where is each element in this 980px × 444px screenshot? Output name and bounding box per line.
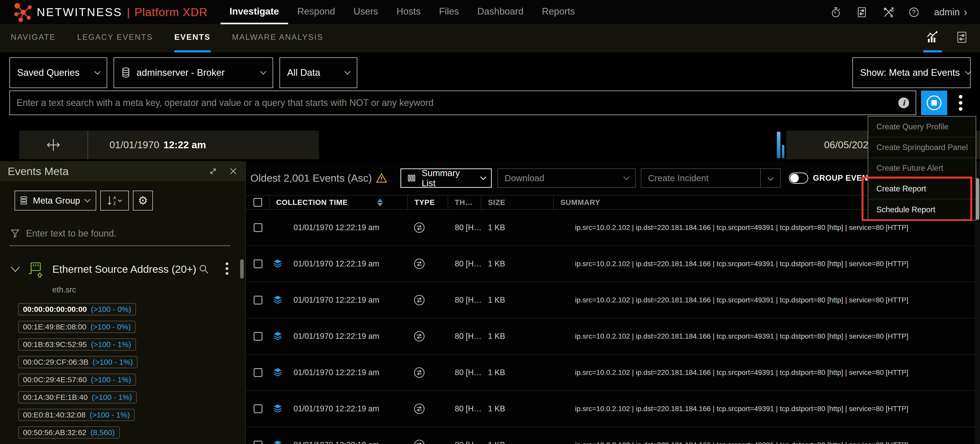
menu-item-schedule-report[interactable]: Schedule Report — [868, 199, 976, 220]
tab-malware-analysis[interactable]: MALWARE ANALYSIS — [232, 24, 323, 52]
meta-settings-button[interactable]: ⚙ — [133, 191, 153, 210]
size-cell: 1 KB — [481, 368, 554, 377]
col-size[interactable]: SIZE — [481, 196, 554, 209]
events-scrollbar-thumb[interactable] — [976, 178, 979, 220]
stacked-events-icon — [272, 403, 283, 414]
topnav-right: ? admin › — [830, 6, 967, 18]
create-incident-dropdown[interactable]: Create Incident — [641, 169, 781, 188]
meta-value-pill[interactable]: 00:0C:29:CF:06:3B(>100 - 1%) — [18, 356, 138, 368]
meta-value-pill[interactable]: 00:1E:49:8E:08:00(>100 - 0%) — [18, 321, 135, 333]
stacked-events-slot — [272, 367, 283, 378]
network-event-icon — [414, 367, 425, 379]
meta-value-pill[interactable]: 00:1A:30:FE:1B:40(>100 - 1%) — [18, 391, 137, 403]
row-checkbox[interactable] — [254, 296, 262, 304]
stop-icon — [927, 95, 942, 110]
threat-cell: 80 [H… — [448, 296, 481, 305]
event-row[interactable]: 01/01/1970 12:22:19 am 80 [H…1 KBip.src=… — [246, 246, 975, 282]
meta-value-pill[interactable]: 00:1B:63:9C:52:95(>100 - 1%) — [18, 338, 136, 351]
nav-item-investigate[interactable]: Investigate — [221, 0, 288, 24]
download-dropdown[interactable]: Download — [497, 169, 636, 188]
threat-cell: 80 [H… — [448, 441, 481, 444]
meta-value-pill[interactable]: 00:50:56:AB:32:62(8,560) — [18, 426, 120, 439]
timeline-resize-handle[interactable] — [19, 137, 88, 153]
row-checkbox[interactable] — [254, 223, 262, 232]
col-threat[interactable]: TH… — [448, 196, 481, 209]
events-table-header: COLLECTION TIME TYPE TH… SIZE SUMMARY — [246, 195, 975, 210]
info-icon[interactable]: i — [898, 97, 909, 108]
jobs-panel-icon[interactable] — [856, 6, 868, 18]
nav-item-hosts[interactable]: Hosts — [387, 0, 430, 24]
summary-list-label: Summary List — [422, 168, 476, 188]
event-row[interactable]: 01/01/1970 12:22:19 am 80 [H…1 KBip.src=… — [246, 210, 975, 246]
time-range-dropdown[interactable]: All Data — [280, 57, 357, 88]
row-checkbox[interactable] — [254, 441, 262, 444]
group-events-toggle[interactable] — [789, 172, 808, 184]
stopwatch-icon[interactable] — [830, 6, 842, 18]
stop-query-button[interactable] — [921, 91, 947, 115]
meta-value-pill[interactable]: 00:00:00:00:00:00(>100 - 0%) — [18, 303, 136, 315]
row-checkbox[interactable] — [254, 404, 262, 413]
column-preferences-icon — [956, 31, 968, 43]
meta-sort-button[interactable]: A Z — [100, 191, 129, 210]
row-checkbox[interactable] — [254, 368, 262, 377]
event-row[interactable]: 01/01/1970 12:22:19 am 80 [H…1 KBip.src=… — [246, 427, 975, 444]
tab-legacy-events[interactable]: LEGACY EVENTS — [77, 24, 153, 52]
search-input[interactable] — [17, 97, 898, 108]
size-cell: 1 KB — [481, 441, 554, 444]
warning-icon[interactable] — [376, 173, 387, 183]
expand-panel-icon[interactable] — [208, 167, 218, 176]
meta-group-icon — [20, 196, 28, 205]
create-incident-caret[interactable] — [760, 169, 780, 187]
search-icon[interactable] — [199, 264, 209, 275]
collection-time-cell: 01/01/1970 12:22:19 am — [269, 367, 408, 378]
events-chart-toggle[interactable] — [923, 24, 942, 52]
collapse-chevron-icon[interactable] — [10, 266, 21, 273]
event-row[interactable]: 01/01/1970 12:22:19 am 80 [H…1 KBip.src=… — [246, 282, 975, 318]
query-options-kebab-menu[interactable] — [955, 91, 966, 115]
meta-group-dropdown[interactable]: Meta Group — [14, 191, 96, 210]
nav-item-reports[interactable]: Reports — [533, 0, 584, 24]
user-menu[interactable]: admin › — [934, 7, 967, 18]
start-datetime[interactable]: 01/01/197012:22 am — [110, 139, 206, 151]
row-checkbox[interactable] — [254, 332, 262, 341]
meta-filter-input[interactable] — [26, 228, 235, 239]
tab-events[interactable]: EVENTS — [174, 24, 210, 52]
summary-list-dropdown[interactable]: Summary List — [401, 169, 492, 188]
col-type[interactable]: TYPE — [408, 196, 448, 209]
help-icon[interactable]: ? — [908, 6, 920, 18]
event-row[interactable]: 01/01/1970 12:22:19 am 80 [H…1 KBip.src=… — [246, 391, 975, 427]
sort-indicator[interactable] — [377, 199, 383, 207]
meta-key-title[interactable]: Ethernet Source Address (20+) — [52, 263, 196, 275]
service-dropdown[interactable]: adminserver - Broker — [114, 57, 273, 88]
column-preferences-toggle[interactable] — [953, 24, 970, 52]
row-checkbox[interactable] — [254, 259, 262, 268]
meta-value-pill[interactable]: 00:0C:29:4E:57:60(>100 - 1%) — [18, 374, 136, 386]
nav-item-users[interactable]: Users — [344, 0, 387, 24]
event-row[interactable]: 01/01/1970 12:22:19 am 80 [H…1 KBip.src=… — [246, 318, 975, 355]
close-panel-icon[interactable] — [229, 167, 238, 175]
menu-item-create-future-alert[interactable]: Create Future Alert — [868, 158, 976, 178]
menu-item-create-report[interactable]: Create Report — [868, 178, 976, 199]
meta-key-section: Ethernet Source Address (20+) — [0, 259, 245, 282]
show-meta-events-dropdown[interactable]: Show: Meta and Events — [853, 57, 970, 88]
nav-item-respond[interactable]: Respond — [288, 0, 344, 24]
meta-key-kebab-menu[interactable] — [226, 262, 228, 275]
tab-navigate[interactable]: NAVIGATE — [11, 24, 56, 52]
meta-value-pill[interactable]: 00:E0:81:40:32:08(>100 - 1%) — [18, 409, 135, 421]
menu-item-create-springboard-panel[interactable]: Create Springboard Panel — [868, 137, 976, 158]
threat-cell: 80 [H… — [448, 332, 481, 341]
stacked-events-slot — [272, 258, 283, 269]
select-all-checkbox[interactable] — [253, 198, 262, 207]
meta-panel-scrollbar-thumb[interactable] — [240, 259, 244, 278]
events-meta-panel: Events Meta Meta Group — [0, 161, 246, 444]
timeline-histogram-bar — [777, 132, 780, 158]
row-select-cell — [246, 368, 269, 377]
nav-item-files[interactable]: Files — [430, 0, 468, 24]
col-collection-time[interactable]: COLLECTION TIME — [269, 196, 408, 209]
show-meta-events-label: Show: Meta and Events — [860, 67, 960, 78]
saved-queries-dropdown[interactable]: Saved Queries — [10, 57, 107, 88]
event-row[interactable]: 01/01/1970 12:22:19 am 80 [H…1 KBip.src=… — [246, 355, 975, 391]
menu-item-create-query-profile[interactable]: Create Query Profile — [868, 117, 976, 137]
nav-item-dashboard[interactable]: Dashboard — [468, 0, 533, 24]
admin-tools-icon[interactable] — [882, 6, 894, 18]
